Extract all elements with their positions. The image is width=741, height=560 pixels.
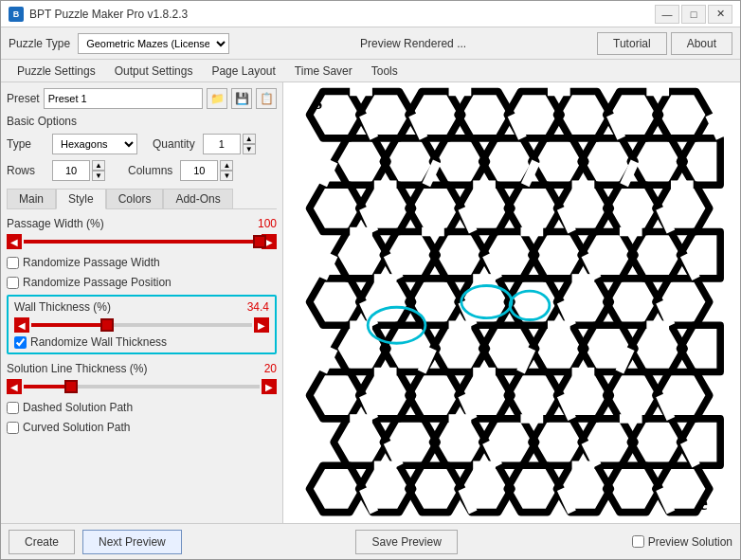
rows-down[interactable]: ▼ [92, 171, 105, 181]
tabs-row: Main Style Colors Add-Ons [7, 189, 277, 209]
solution-line-left-arrow[interactable]: ◀ [7, 379, 22, 394]
dashed-solution-path-checkbox[interactable] [7, 402, 19, 414]
randomize-passage-position-checkbox[interactable] [7, 277, 19, 289]
type-label: Type [7, 137, 45, 151]
columns-input[interactable] [180, 160, 218, 181]
randomize-passage-position-row: Randomize Passage Position [7, 276, 277, 289]
passage-width-header: Passage Width (%) 100 [7, 217, 277, 230]
tab-main[interactable]: Main [7, 189, 56, 208]
columns-down[interactable]: ▼ [220, 171, 233, 181]
quantity-up[interactable]: ▲ [243, 134, 256, 144]
menu-page-layout[interactable]: Page Layout [203, 62, 283, 81]
maze-preview: s e [283, 82, 740, 523]
rows-label: Rows [7, 164, 45, 177]
wall-thickness-value: 34.4 [241, 300, 269, 314]
type-row: Type Hexagons Squares Triangles Quantity… [7, 134, 277, 154]
tab-style[interactable]: Style [56, 189, 106, 209]
maximize-button[interactable]: □ [681, 5, 706, 24]
quantity-input[interactable] [203, 134, 241, 154]
wall-thickness-section: Wall Thickness (%) 34.4 ◀ ▶ Randomize Wa… [7, 295, 277, 354]
rows-spin-buttons: ▲ ▼ [92, 160, 105, 181]
randomize-wall-thickness-label[interactable]: Randomize Wall Thickness [30, 335, 167, 349]
columns-label: Columns [128, 164, 172, 177]
passage-width-slider[interactable]: ◀ ▶ [7, 234, 277, 249]
quantity-down[interactable]: ▼ [243, 144, 256, 154]
passage-width-section: Passage Width (%) 100 ◀ ▶ Randomize Pass… [7, 217, 277, 289]
dashed-solution-path-row: Dashed Solution Path [7, 401, 277, 414]
quantity-spin-buttons: ▲ ▼ [243, 134, 256, 154]
title-bar: B BPT Puzzle Maker Pro v1.8.2.3 — □ ✕ [1, 1, 740, 27]
wall-thickness-header: Wall Thickness (%) 34.4 [14, 300, 269, 314]
preset-row: Preset 📁 💾 📋 [7, 88, 277, 109]
menu-puzzle-settings[interactable]: Puzzle Settings [9, 62, 104, 81]
randomize-wall-thickness-checkbox[interactable] [14, 336, 27, 349]
tab-colors[interactable]: Colors [106, 189, 164, 208]
randomize-passage-width-checkbox[interactable] [7, 257, 19, 269]
puzzle-type-select[interactable]: Geometric Mazes (Licensed) [78, 33, 229, 54]
wall-thickness-label: Wall Thickness (%) [14, 300, 237, 314]
app-icon: B [9, 7, 24, 22]
randomize-passage-width-row: Randomize Passage Width [7, 256, 277, 269]
menu-output-settings[interactable]: Output Settings [106, 62, 202, 81]
tab-addons[interactable]: Add-Ons [163, 189, 232, 208]
preset-folder-button[interactable]: 📁 [207, 88, 227, 109]
wall-thickness-left-arrow[interactable]: ◀ [14, 317, 29, 333]
preview-solution-row: Preview Solution [632, 535, 732, 549]
menu-time-saver[interactable]: Time Saver [286, 62, 361, 81]
columns-up[interactable]: ▲ [220, 160, 233, 171]
minimize-button[interactable]: — [655, 5, 679, 24]
passage-width-label: Passage Width (%) [7, 217, 244, 230]
maze-svg: s e [283, 82, 740, 523]
type-select[interactable]: Hexagons Squares Triangles [52, 134, 137, 154]
randomize-wall-thickness-row: Randomize Wall Thickness [14, 335, 269, 349]
maze-end-label: e [698, 492, 707, 515]
solution-line-value: 20 [248, 362, 277, 375]
solution-line-section: Solution Line Thickness (%) 20 ◀ ▶ Dashe… [7, 362, 277, 434]
rows-up[interactable]: ▲ [92, 160, 105, 171]
passage-width-track[interactable] [24, 240, 260, 244]
quantity-spinner: ▲ ▼ [203, 134, 256, 154]
curved-solution-path-label[interactable]: Curved Solution Path [23, 421, 130, 434]
wall-thickness-track[interactable] [31, 323, 252, 327]
preset-input[interactable] [44, 88, 203, 109]
menu-tools[interactable]: Tools [363, 62, 407, 81]
close-button[interactable]: ✕ [708, 5, 732, 24]
solution-line-right-arrow[interactable]: ▶ [262, 379, 277, 394]
rows-cols-row: Rows ▲ ▼ Columns ▲ ▼ [7, 160, 277, 181]
curved-solution-path-row: Curved Solution Path [7, 421, 277, 434]
save-preview-button[interactable]: Save Preview [355, 530, 457, 554]
passage-width-value: 100 [248, 217, 277, 230]
menu-bar: Puzzle Settings Output Settings Page Lay… [1, 60, 740, 82]
next-preview-button[interactable]: Next Preview [82, 530, 182, 554]
preview-solution-checkbox[interactable] [632, 535, 644, 548]
randomize-passage-width-label[interactable]: Randomize Passage Width [23, 256, 160, 269]
wall-thickness-right-arrow[interactable]: ▶ [254, 317, 269, 333]
rows-spinner: ▲ ▼ [52, 160, 105, 181]
preset-saveas-button[interactable]: 📋 [256, 88, 277, 109]
dashed-solution-path-label[interactable]: Dashed Solution Path [23, 401, 133, 414]
app-title: BPT Puzzle Maker Pro v1.8.2.3 [29, 8, 188, 21]
puzzle-type-label: Puzzle Type [9, 37, 70, 50]
about-button[interactable]: About [671, 32, 732, 55]
toolbar: Puzzle Type Geometric Mazes (Licensed) P… [1, 27, 740, 60]
columns-spin-buttons: ▲ ▼ [220, 160, 233, 181]
create-button[interactable]: Create [9, 530, 75, 554]
rows-input[interactable] [52, 160, 90, 181]
app-window: B BPT Puzzle Maker Pro v1.8.2.3 — □ ✕ Pu… [0, 0, 741, 560]
maze-canvas: s e [283, 82, 740, 523]
preset-label: Preset [7, 92, 40, 105]
basic-options-label: Basic Options [7, 115, 277, 128]
solution-line-slider[interactable]: ◀ ▶ [7, 379, 277, 394]
solution-line-track[interactable] [24, 385, 260, 388]
main-content: Preset 📁 💾 📋 Basic Options Type Hexagons… [1, 82, 740, 523]
preview-solution-label[interactable]: Preview Solution [648, 535, 732, 549]
columns-spinner: ▲ ▼ [180, 160, 233, 181]
passage-width-left-arrow[interactable]: ◀ [7, 234, 22, 249]
wall-thickness-slider[interactable]: ◀ ▶ [14, 317, 269, 333]
curved-solution-path-checkbox[interactable] [7, 422, 19, 434]
randomize-passage-position-label[interactable]: Randomize Passage Position [23, 276, 172, 289]
tutorial-button[interactable]: Tutorial [597, 32, 667, 55]
quantity-label: Quantity [153, 137, 195, 151]
toolbar-buttons: Tutorial About [597, 32, 732, 55]
preset-save-button[interactable]: 💾 [231, 88, 252, 109]
